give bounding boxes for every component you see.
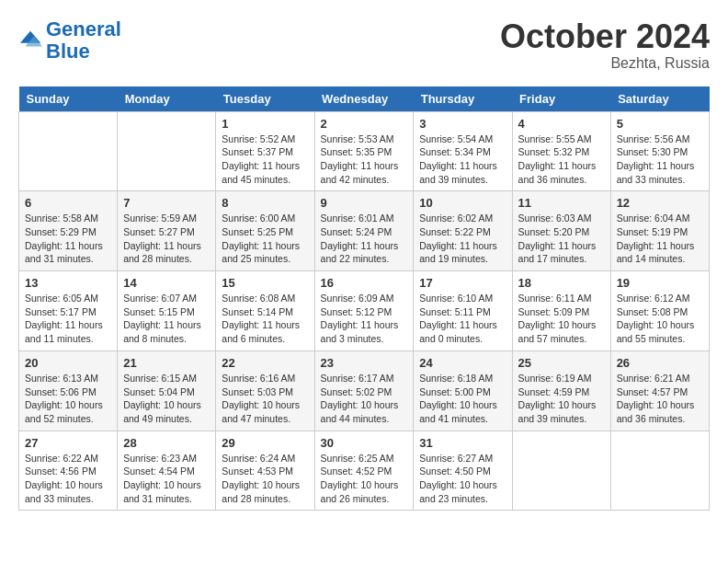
calendar-cell [512, 431, 610, 511]
calendar-cell: 3Sunrise: 5:54 AM Sunset: 5:34 PM Daylig… [414, 111, 512, 191]
day-number: 23 [321, 356, 408, 370]
day-number: 28 [123, 436, 210, 450]
day-info: Sunrise: 6:04 AM Sunset: 5:19 PM Dayligh… [617, 212, 703, 266]
day-info: Sunrise: 6:08 AM Sunset: 5:14 PM Dayligh… [222, 292, 308, 346]
day-info: Sunrise: 6:00 AM Sunset: 5:25 PM Dayligh… [222, 212, 308, 266]
logo: General Blue [18, 18, 121, 63]
day-info: Sunrise: 6:10 AM Sunset: 5:11 PM Dayligh… [419, 292, 506, 346]
calendar-cell: 17Sunrise: 6:10 AM Sunset: 5:11 PM Dayli… [414, 271, 512, 351]
logo-line1: General [46, 17, 121, 40]
logo-line2: Blue [46, 40, 90, 63]
day-info: Sunrise: 6:01 AM Sunset: 5:24 PM Dayligh… [321, 212, 408, 266]
weekday-header: Tuesday [216, 86, 314, 112]
day-info: Sunrise: 6:11 AM Sunset: 5:09 PM Dayligh… [518, 292, 605, 346]
calendar-cell: 24Sunrise: 6:18 AM Sunset: 5:00 PM Dayli… [414, 350, 512, 431]
day-info: Sunrise: 5:52 AM Sunset: 5:37 PM Dayligh… [222, 132, 308, 187]
day-number: 2 [321, 117, 408, 131]
calendar-cell: 6Sunrise: 5:58 AM Sunset: 5:29 PM Daylig… [19, 191, 118, 271]
calendar-cell: 15Sunrise: 6:08 AM Sunset: 5:14 PM Dayli… [216, 271, 314, 351]
day-number: 24 [419, 356, 506, 370]
calendar-week-row: 27Sunrise: 6:22 AM Sunset: 4:56 PM Dayli… [19, 431, 710, 511]
calendar-cell: 19Sunrise: 6:12 AM Sunset: 5:08 PM Dayli… [610, 271, 709, 351]
day-info: Sunrise: 5:54 AM Sunset: 5:34 PM Dayligh… [419, 132, 506, 187]
day-number: 11 [518, 196, 605, 210]
day-info: Sunrise: 6:27 AM Sunset: 4:50 PM Dayligh… [419, 452, 506, 506]
day-number: 8 [222, 196, 308, 210]
day-number: 27 [25, 436, 111, 450]
day-number: 1 [222, 117, 308, 131]
calendar-cell: 25Sunrise: 6:19 AM Sunset: 4:59 PM Dayli… [512, 350, 610, 431]
calendar-cell: 11Sunrise: 6:03 AM Sunset: 5:20 PM Dayli… [512, 191, 610, 271]
day-number: 9 [321, 196, 408, 210]
day-info: Sunrise: 6:18 AM Sunset: 5:00 PM Dayligh… [419, 372, 506, 426]
day-info: Sunrise: 6:09 AM Sunset: 5:12 PM Dayligh… [321, 292, 408, 346]
calendar-cell: 8Sunrise: 6:00 AM Sunset: 5:25 PM Daylig… [216, 191, 314, 271]
day-number: 26 [617, 356, 703, 370]
day-info: Sunrise: 6:22 AM Sunset: 4:56 PM Dayligh… [25, 452, 111, 506]
day-info: Sunrise: 6:07 AM Sunset: 5:15 PM Dayligh… [123, 292, 210, 346]
day-number: 16 [321, 276, 408, 290]
day-info: Sunrise: 6:25 AM Sunset: 4:52 PM Dayligh… [321, 452, 408, 506]
day-number: 17 [419, 276, 506, 290]
calendar-cell: 30Sunrise: 6:25 AM Sunset: 4:52 PM Dayli… [314, 431, 414, 511]
day-number: 14 [123, 276, 210, 290]
calendar-cell: 4Sunrise: 5:55 AM Sunset: 5:32 PM Daylig… [512, 111, 610, 191]
day-info: Sunrise: 6:13 AM Sunset: 5:06 PM Dayligh… [25, 372, 111, 426]
weekday-header: Sunday [19, 86, 118, 112]
calendar-cell: 9Sunrise: 6:01 AM Sunset: 5:24 PM Daylig… [314, 191, 414, 271]
day-number: 13 [25, 276, 111, 290]
day-info: Sunrise: 5:56 AM Sunset: 5:30 PM Dayligh… [617, 132, 703, 187]
title-block: October 2024 Bezhta, Russia [500, 18, 710, 72]
day-number: 30 [321, 436, 408, 450]
calendar-cell: 10Sunrise: 6:02 AM Sunset: 5:22 PM Dayli… [414, 191, 512, 271]
logo-text: General Blue [46, 18, 121, 63]
calendar-cell: 20Sunrise: 6:13 AM Sunset: 5:06 PM Dayli… [19, 350, 118, 431]
day-number: 21 [123, 356, 210, 370]
calendar-week-row: 1Sunrise: 5:52 AM Sunset: 5:37 PM Daylig… [19, 111, 710, 191]
weekday-row: SundayMondayTuesdayWednesdayThursdayFrid… [19, 86, 710, 112]
day-info: Sunrise: 6:23 AM Sunset: 4:54 PM Dayligh… [123, 452, 210, 506]
day-info: Sunrise: 6:21 AM Sunset: 4:57 PM Dayligh… [617, 372, 703, 426]
calendar-week-row: 13Sunrise: 6:05 AM Sunset: 5:17 PM Dayli… [19, 271, 710, 351]
calendar-cell: 28Sunrise: 6:23 AM Sunset: 4:54 PM Dayli… [118, 431, 216, 511]
calendar-cell: 22Sunrise: 6:16 AM Sunset: 5:03 PM Dayli… [216, 350, 314, 431]
day-number: 7 [123, 196, 210, 210]
day-number: 12 [617, 196, 703, 210]
day-number: 31 [419, 436, 506, 450]
page-header: General Blue October 2024 Bezhta, Russia [18, 18, 710, 72]
weekday-header: Saturday [610, 86, 709, 112]
day-info: Sunrise: 6:24 AM Sunset: 4:53 PM Dayligh… [222, 452, 308, 506]
calendar-cell: 14Sunrise: 6:07 AM Sunset: 5:15 PM Dayli… [118, 271, 216, 351]
day-info: Sunrise: 6:03 AM Sunset: 5:20 PM Dayligh… [518, 212, 605, 266]
calendar-cell: 31Sunrise: 6:27 AM Sunset: 4:50 PM Dayli… [414, 431, 512, 511]
calendar-cell: 5Sunrise: 5:56 AM Sunset: 5:30 PM Daylig… [610, 111, 709, 191]
weekday-header: Monday [118, 86, 216, 112]
day-info: Sunrise: 5:58 AM Sunset: 5:29 PM Dayligh… [25, 212, 111, 266]
calendar-cell: 7Sunrise: 5:59 AM Sunset: 5:27 PM Daylig… [118, 191, 216, 271]
day-info: Sunrise: 6:12 AM Sunset: 5:08 PM Dayligh… [617, 292, 703, 346]
day-number: 10 [419, 196, 506, 210]
day-info: Sunrise: 6:02 AM Sunset: 5:22 PM Dayligh… [419, 212, 506, 266]
calendar-cell: 12Sunrise: 6:04 AM Sunset: 5:19 PM Dayli… [610, 191, 709, 271]
day-info: Sunrise: 6:05 AM Sunset: 5:17 PM Dayligh… [25, 292, 111, 346]
calendar-cell [19, 111, 118, 191]
day-info: Sunrise: 5:53 AM Sunset: 5:35 PM Dayligh… [321, 132, 408, 187]
day-number: 20 [25, 356, 111, 370]
month-title: October 2024 [500, 18, 710, 55]
weekday-header: Wednesday [314, 86, 414, 112]
calendar-cell: 18Sunrise: 6:11 AM Sunset: 5:09 PM Dayli… [512, 271, 610, 351]
calendar-cell [610, 431, 709, 511]
calendar-cell: 23Sunrise: 6:17 AM Sunset: 5:02 PM Dayli… [314, 350, 414, 431]
calendar-cell: 2Sunrise: 5:53 AM Sunset: 5:35 PM Daylig… [314, 111, 414, 191]
location: Bezhta, Russia [500, 55, 710, 72]
calendar-cell: 29Sunrise: 6:24 AM Sunset: 4:53 PM Dayli… [216, 431, 314, 511]
day-info: Sunrise: 6:16 AM Sunset: 5:03 PM Dayligh… [222, 372, 308, 426]
day-number: 25 [518, 356, 605, 370]
day-info: Sunrise: 5:55 AM Sunset: 5:32 PM Dayligh… [518, 132, 605, 187]
day-info: Sunrise: 6:19 AM Sunset: 4:59 PM Dayligh… [518, 372, 605, 426]
day-number: 29 [222, 436, 308, 450]
calendar-week-row: 20Sunrise: 6:13 AM Sunset: 5:06 PM Dayli… [19, 350, 710, 431]
calendar-cell: 1Sunrise: 5:52 AM Sunset: 5:37 PM Daylig… [216, 111, 314, 191]
calendar-cell: 26Sunrise: 6:21 AM Sunset: 4:57 PM Dayli… [610, 350, 709, 431]
weekday-header: Friday [512, 86, 610, 112]
